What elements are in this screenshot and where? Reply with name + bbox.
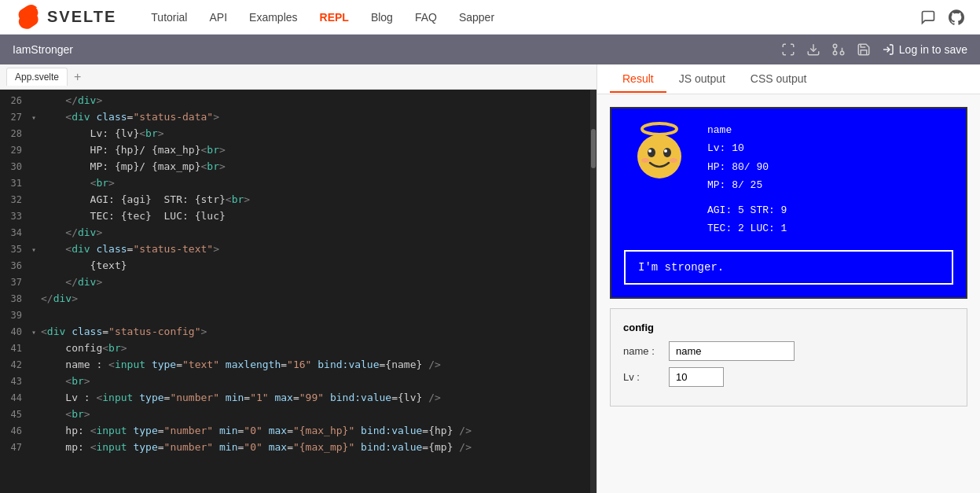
- character-sprite-svg: [628, 121, 691, 192]
- log-in-button[interactable]: Log in to save: [882, 43, 967, 56]
- nav-blog[interactable]: Blog: [371, 11, 393, 24]
- nav-right: [920, 9, 964, 25]
- table-row: 45 <br>: [0, 407, 596, 423]
- svg-point-7: [648, 148, 655, 157]
- config-name-input[interactable]: [669, 341, 795, 361]
- table-row: 32 AGI: {agi} STR: {str}<br>: [0, 192, 596, 208]
- hp-display: HP: 80/ 90: [707, 158, 787, 176]
- top-nav: SVELTE Tutorial API Examples REPL Blog F…: [0, 0, 980, 35]
- svg-point-11: [641, 158, 649, 163]
- svg-point-9: [648, 149, 651, 153]
- tec-luc-display: TEC: 2 LUC: 1: [707, 219, 787, 237]
- nav-sapper[interactable]: Sapper: [459, 11, 494, 24]
- svg-point-5: [642, 123, 677, 134]
- svg-point-6: [637, 134, 681, 178]
- table-row: 35 ▾ <div class="status-text">: [0, 241, 596, 258]
- tab-css-output[interactable]: CSS output: [738, 66, 820, 93]
- table-row: 26 </div>: [0, 93, 596, 109]
- nav-repl[interactable]: REPL: [320, 11, 349, 24]
- table-row: 31 <br>: [0, 175, 596, 192]
- toolbar: IamStronger Log in to save: [0, 35, 980, 64]
- config-lv-row: Lv :: [623, 367, 954, 387]
- table-row: 29 HP: {hp}/ {max_hp}<br>: [0, 142, 596, 159]
- table-row: 28 Lv: {lv}<br>: [0, 126, 596, 142]
- svg-point-3: [833, 51, 837, 55]
- download-icon[interactable]: [806, 42, 820, 57]
- char-sprite: [624, 121, 695, 192]
- logo-area: SVELTE: [16, 5, 116, 30]
- game-top-area: name Lv: 10 HP: 80/ 90 MP: 8/ 25 AGI: 5 …: [624, 121, 953, 237]
- tab-label: App.svelte: [15, 72, 59, 83]
- dialog-text: I'm stronger.: [638, 261, 724, 274]
- fork-icon[interactable]: [831, 42, 846, 57]
- scrollbar-thumb[interactable]: [591, 129, 596, 168]
- svg-point-12: [670, 158, 677, 163]
- result-content: name Lv: 10 HP: 80/ 90 MP: 8/ 25 AGI: 5 …: [597, 94, 980, 493]
- editor-scrollbar[interactable]: [590, 90, 596, 493]
- fullscreen-icon[interactable]: [781, 42, 795, 57]
- svelte-logo-icon: [16, 5, 41, 30]
- table-row: 47 mp: <input type="number" min="0" max=…: [0, 440, 596, 456]
- config-lv-input[interactable]: [669, 367, 724, 387]
- table-row: 41 config<br>: [0, 340, 596, 357]
- save-icon[interactable]: [857, 42, 871, 57]
- game-display: name Lv: 10 HP: 80/ 90 MP: 8/ 25 AGI: 5 …: [610, 107, 967, 299]
- tab-result[interactable]: Result: [610, 66, 666, 93]
- mp-display: MP: 8/ 25: [707, 176, 787, 194]
- tab-js-output[interactable]: JS output: [666, 66, 738, 93]
- nav-examples[interactable]: Examples: [249, 11, 297, 24]
- table-row: 40 ▾ <div class="status-config">: [0, 324, 596, 340]
- nav-api[interactable]: API: [209, 11, 227, 24]
- table-row: 37 </div>: [0, 274, 596, 291]
- table-row: 30 MP: {mp}/ {max_mp}<br>: [0, 159, 596, 175]
- lv-display: Lv: 10: [707, 139, 787, 157]
- chat-icon[interactable]: [920, 9, 936, 25]
- config-lv-label: Lv :: [623, 371, 663, 383]
- table-row: 42 name : <input type="text" maxlength="…: [0, 357, 596, 373]
- name-display: name: [707, 121, 787, 139]
- add-tab-button[interactable]: +: [71, 70, 84, 84]
- editor-content[interactable]: 26 </div> 27 ▾ <div class="status-data">…: [0, 90, 596, 493]
- table-row: 33 TEC: {tec} LUC: {luc}: [0, 208, 596, 225]
- game-dialog: I'm stronger.: [624, 250, 953, 285]
- config-name-label: name :: [623, 345, 663, 357]
- table-row: 43 <br>: [0, 373, 596, 390]
- agi-str-display: AGI: 5 STR: 9: [707, 201, 787, 219]
- table-row: 38 </div>: [0, 291, 596, 307]
- login-icon: [882, 43, 894, 56]
- logo-text: SVELTE: [47, 8, 116, 26]
- svg-point-1: [840, 51, 844, 55]
- svg-point-2: [833, 44, 837, 48]
- svg-point-10: [664, 149, 667, 153]
- svg-point-8: [663, 148, 671, 157]
- github-icon[interactable]: [949, 9, 964, 25]
- char-stats: name Lv: 10 HP: 80/ 90 MP: 8/ 25 AGI: 5 …: [707, 121, 787, 237]
- table-row: 27 ▾ <div class="status-data">: [0, 109, 596, 126]
- result-panel: Result JS output CSS output: [597, 64, 980, 493]
- main-layout: App.svelte + 26 </div> 27 ▾ <div class="…: [0, 64, 980, 493]
- result-tabs: Result JS output CSS output: [597, 64, 980, 94]
- table-row: 46 hp: <input type="number" min="0" max=…: [0, 423, 596, 440]
- config-title: config: [623, 322, 954, 333]
- nav-tutorial[interactable]: Tutorial: [151, 11, 187, 24]
- editor-panel: App.svelte + 26 </div> 27 ▾ <div class="…: [0, 64, 597, 493]
- log-in-label: Log in to save: [899, 43, 967, 56]
- table-row: 39: [0, 307, 596, 324]
- toolbar-right: Log in to save: [781, 42, 967, 57]
- config-name-row: name :: [623, 341, 954, 361]
- project-name: IamStronger: [13, 43, 73, 56]
- config-box: config name : Lv :: [610, 308, 967, 407]
- tab-app-svelte[interactable]: App.svelte: [6, 68, 68, 86]
- table-row: 36 {text}: [0, 258, 596, 274]
- table-row: 34 </div>: [0, 225, 596, 241]
- nav-faq[interactable]: FAQ: [415, 11, 437, 24]
- editor-tabs: App.svelte +: [0, 64, 596, 90]
- table-row: 44 Lv : <input type="number" min="1" max…: [0, 390, 596, 407]
